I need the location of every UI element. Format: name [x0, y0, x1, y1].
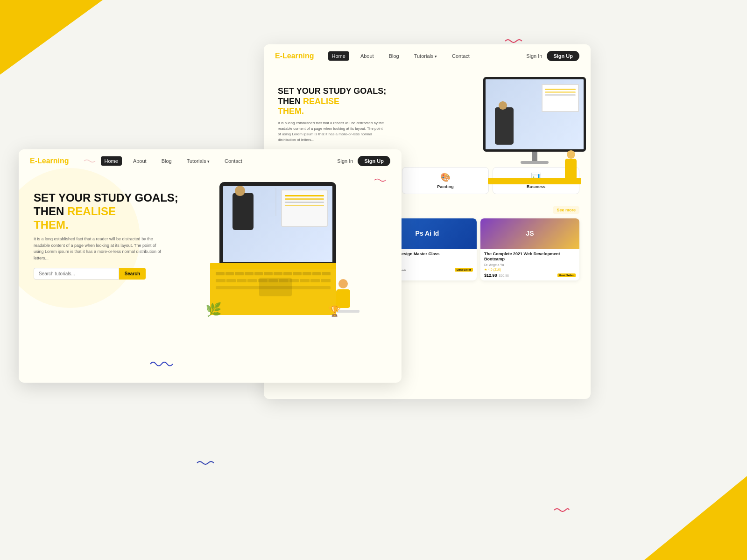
search-bar-front: Search — [34, 268, 146, 280]
nav-contact-back[interactable]: Contact — [448, 51, 473, 61]
signin-btn-front[interactable]: Sign In — [337, 158, 353, 164]
nav-blog-front[interactable]: Blog — [158, 156, 176, 166]
hero-desc-front: It is a long established fact that a rea… — [34, 236, 164, 261]
monitor-illustration-back — [483, 77, 586, 152]
course-name-webdev-back: The Complete 2021 Web Development Bootca… — [484, 252, 576, 262]
nav-actions-front: Sign In Sign Up — [337, 156, 390, 166]
course-price-webdev-back: $12.98 — [484, 273, 497, 278]
hero-line1-front: SET YOUR STUDY GOALS; — [34, 191, 178, 204]
nav-home-front[interactable]: Home — [101, 156, 122, 166]
plant-decoration: 🌿 — [205, 302, 222, 317]
teacher-figure-back — [495, 107, 514, 145]
hero-line2-back: THEN — [278, 97, 303, 106]
hero-highlight-back: REALISE — [303, 97, 339, 106]
hero-line3-back: THEM. — [278, 106, 304, 116]
logo-suffix-front: Learning — [37, 157, 69, 165]
logo-front: E-Learning — [30, 157, 69, 165]
search-input-front[interactable] — [34, 268, 119, 280]
see-more-back[interactable]: See more — [553, 206, 579, 214]
course-oldprice-webdev-back: $20.98 — [499, 274, 509, 277]
bg-squiggle-3 — [553, 507, 570, 513]
nav-about-back[interactable]: About — [357, 51, 378, 61]
whiteboard-back — [542, 84, 579, 112]
nav-about-front[interactable]: About — [129, 156, 150, 166]
hero-desc-back: It is a long established fact that a rea… — [278, 120, 385, 143]
course-badge-webdev-back: Best Seller — [557, 273, 576, 277]
student-back — [565, 150, 577, 180]
top-squiggle-front — [374, 177, 388, 183]
teacher-head-back — [499, 101, 507, 110]
nav-tutorials-back[interactable]: Tutorials — [410, 51, 441, 61]
hero-title-front: SET YOUR STUDY GOALS; THEN REALISE THEM. — [34, 191, 181, 231]
course-badge-design-back: Best Seller — [455, 268, 473, 272]
course-thumb-webdev-back: JS — [480, 218, 579, 249]
bg-squiggle-2 — [196, 459, 215, 467]
laptop-illustration-front: 🌿 🏆 — [205, 182, 364, 341]
nav-blog-back[interactable]: Blog — [385, 51, 403, 61]
course-rating-webdev-back: ★ 4.5 (216) — [484, 268, 576, 272]
corner-decoration-br — [644, 476, 747, 560]
bg-squiggle-1 — [504, 37, 523, 45]
signup-btn-back[interactable]: Sign Up — [547, 51, 579, 61]
nav-links-front: Home About Blog Tutorials Contact — [101, 156, 338, 166]
corner-decoration-tl — [0, 0, 103, 75]
bottom-squiggle-front — [149, 359, 173, 369]
nav-contact-front[interactable]: Contact — [221, 156, 246, 166]
signup-btn-front[interactable]: Sign Up — [358, 156, 390, 166]
hero-line3-front: THEM. — [34, 218, 69, 231]
hero-line1-back: SET YOUR STUDY GOALS; — [278, 86, 386, 96]
hero-highlight-front: REALISE — [67, 205, 116, 217]
hero-line2-front: THEN — [34, 205, 67, 217]
monitor-base-back — [521, 161, 549, 164]
window-front: E-Learning Home About Blog Tutorials Con… — [19, 149, 402, 383]
signin-btn-back[interactable]: Sign In — [526, 53, 542, 59]
course-webdev-back[interactable]: JS The Complete 2021 Web Development Boo… — [480, 218, 579, 280]
course-author-webdev-back: Dr. Angela Yu — [484, 263, 576, 266]
search-btn-front[interactable]: Search — [119, 268, 146, 280]
trophy-icon: 🏆 — [328, 305, 341, 317]
nav-tutorials-front[interactable]: Tutorials — [183, 156, 213, 166]
navbar-back: E-Learning Home About Blog Tutorials Con… — [264, 44, 591, 68]
nav-home-back[interactable]: Home — [328, 51, 349, 61]
logo-suffix-back: Learning — [282, 52, 314, 60]
nav-links-back: Home About Blog Tutorials Contact — [328, 51, 527, 61]
logo-prefix-front: E- — [30, 157, 37, 165]
nav-actions-back: Sign In Sign Up — [526, 51, 579, 61]
monitor-stand-back — [532, 152, 537, 161]
logo-back: E-Learning — [275, 52, 314, 60]
hero-title-back: SET YOUR STUDY GOALS; THEN REALISE THEM. — [278, 86, 399, 117]
nav-squiggle — [83, 158, 96, 164]
logo-prefix-back: E- — [275, 52, 282, 60]
